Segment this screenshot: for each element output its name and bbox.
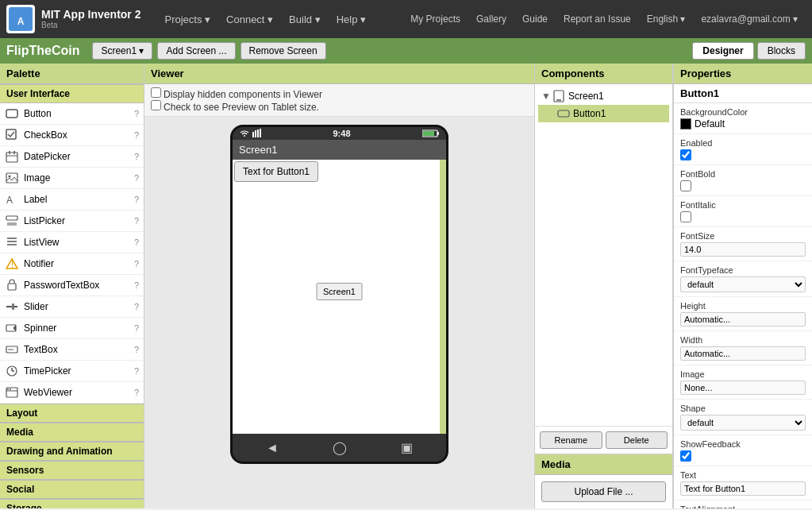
palette-item-spinner[interactable]: Spinner ? xyxy=(0,318,144,339)
delete-button[interactable]: Delete xyxy=(606,431,668,449)
media-content: Upload File ... xyxy=(535,475,672,508)
svg-rect-33 xyxy=(255,130,256,137)
spinner-icon xyxy=(5,321,19,335)
svg-point-30 xyxy=(7,388,9,390)
enabled-checkbox[interactable] xyxy=(680,149,691,160)
palette-section-layout: Layout xyxy=(0,404,144,423)
textbox-icon xyxy=(5,342,19,357)
back-button[interactable]: ◄ xyxy=(266,441,279,455)
phone-content[interactable]: Text for Button1 Screen1 xyxy=(233,160,446,434)
fontitalic-checkbox[interactable] xyxy=(680,211,691,222)
recent-button[interactable]: ▣ xyxy=(401,440,413,455)
height-input[interactable] xyxy=(680,312,806,326)
palette-item-timepicker[interactable]: TimePicker ? xyxy=(0,361,144,382)
button1-preview[interactable]: Text for Button1 xyxy=(234,161,318,182)
logo-text: MIT App Inventor 2 Beta xyxy=(41,8,140,31)
tree-item-button1[interactable]: Button1 xyxy=(538,105,669,122)
nav-connect[interactable]: Connect ▾ xyxy=(218,14,281,25)
components-actions: Rename Delete xyxy=(535,426,672,454)
fontbold-checkbox[interactable] xyxy=(680,180,691,191)
components-panel: Components ▼ Screen1 Button1 Rename Dele… xyxy=(534,64,673,508)
rename-button[interactable]: Rename xyxy=(540,431,602,449)
showfeedback-checkbox[interactable] xyxy=(680,450,691,462)
prop-image: Image xyxy=(674,365,812,400)
svg-rect-32 xyxy=(252,132,254,137)
nav-report-issue[interactable]: Report an Issue xyxy=(556,14,639,25)
shape-select[interactable]: default rounded rect oval xyxy=(680,415,806,431)
tablet-preview-checkbox[interactable] xyxy=(151,100,161,110)
nav-guide[interactable]: Guide xyxy=(514,14,556,25)
screen1-label-text: Screen1 xyxy=(568,91,604,102)
nav-projects[interactable]: Projects ▾ xyxy=(156,14,218,25)
prop-height: Height xyxy=(674,297,812,331)
tree-item-screen1[interactable]: ▼ Screen1 xyxy=(538,87,669,105)
svg-rect-8 xyxy=(6,173,17,183)
label-icon: A xyxy=(5,192,19,207)
palette-item-listview[interactable]: ListView ? xyxy=(0,232,144,253)
prop-fontsize: FontSize xyxy=(674,227,812,261)
nav-language[interactable]: English ▾ xyxy=(639,14,694,25)
palette-item-checkbox[interactable]: CheckBox ? xyxy=(0,125,144,146)
text-input[interactable] xyxy=(680,481,806,496)
nav-user[interactable]: ezalavra@gmail.com ▾ xyxy=(693,14,806,25)
svg-text:A: A xyxy=(6,195,13,206)
prop-textalignment: TextAlignment xyxy=(674,500,812,508)
prop-text: Text xyxy=(674,466,812,500)
wifi-icon xyxy=(239,129,261,138)
palette-item-datepicker[interactable]: DatePicker ? xyxy=(0,146,144,168)
palette-section-social: Social xyxy=(0,480,144,499)
palette-item-webviewer[interactable]: WebViewer ? xyxy=(0,382,144,404)
svg-rect-3 xyxy=(6,129,16,139)
hidden-components-checkbox[interactable] xyxy=(151,87,161,98)
palette-item-textbox[interactable]: TextBox ? xyxy=(0,339,144,361)
components-title: Components xyxy=(535,64,672,84)
screen1-icon xyxy=(552,90,565,102)
svg-rect-19 xyxy=(8,284,16,290)
nav-gallery[interactable]: Gallery xyxy=(468,14,514,25)
screen-selector[interactable]: Screen1 ▾ xyxy=(92,42,152,60)
svg-rect-34 xyxy=(257,129,259,137)
screen1-label[interactable]: Screen1 xyxy=(316,283,363,300)
fontsize-input[interactable] xyxy=(680,242,806,257)
palette-item-listpicker[interactable]: ListPicker ? xyxy=(0,211,144,232)
palette-item-notifier[interactable]: ! Notifier ? xyxy=(0,253,144,275)
prop-enabled: Enabled xyxy=(674,134,812,165)
checkbox-icon xyxy=(5,128,19,142)
nav-build[interactable]: Build ▾ xyxy=(281,14,329,25)
palette-item-slider[interactable]: Slider ? xyxy=(0,296,144,318)
svg-rect-37 xyxy=(437,132,439,135)
image-input[interactable] xyxy=(680,381,806,395)
main-area: Palette User Interface Button ? CheckBox… xyxy=(0,64,812,508)
svg-rect-2 xyxy=(6,110,17,118)
media-panel: Media Upload File ... xyxy=(535,454,672,508)
blocks-button[interactable]: Blocks xyxy=(757,42,806,60)
color-swatch-black[interactable] xyxy=(680,118,691,129)
nav-help[interactable]: Help ▾ xyxy=(329,14,374,25)
width-input[interactable] xyxy=(680,346,806,361)
status-time: 9:48 xyxy=(333,129,350,138)
viewer-canvas: 9:48 Screen1 Text for Button1 Screen1 ◄ … xyxy=(144,117,534,508)
palette-item-label[interactable]: A Label ? xyxy=(0,189,144,211)
svg-rect-21 xyxy=(12,303,14,310)
app-subtitle: Beta xyxy=(41,21,140,30)
app-logo: A xyxy=(6,5,35,33)
button1-icon xyxy=(557,107,570,120)
palette-item-image[interactable]: Image ? xyxy=(0,168,144,189)
palette-item-passwordtextbox[interactable]: PasswordTextBox ? xyxy=(0,275,144,296)
upload-file-button[interactable]: Upload File ... xyxy=(541,481,666,502)
phone-screen-title: Screen1 xyxy=(233,140,446,160)
media-title: Media xyxy=(535,454,672,475)
nav-my-projects[interactable]: My Projects xyxy=(402,14,468,25)
prop-fontitalic: FontItalic xyxy=(674,196,812,227)
scroll-indicator xyxy=(440,160,446,434)
remove-screen-button[interactable]: Remove Screen xyxy=(241,42,326,60)
home-button[interactable]: ◯ xyxy=(333,440,347,455)
notifier-icon: ! xyxy=(5,257,19,271)
logo-area: A MIT App Inventor 2 Beta xyxy=(6,5,140,33)
fonttypeface-select[interactable]: default serif sans-serif monospace xyxy=(680,276,806,292)
designer-button[interactable]: Designer xyxy=(692,42,753,60)
add-screen-button[interactable]: Add Screen ... xyxy=(157,42,235,60)
listpicker-icon xyxy=(5,214,19,228)
viewer-panel: Viewer Display hidden components in View… xyxy=(144,64,534,508)
palette-item-button[interactable]: Button ? xyxy=(0,103,144,125)
